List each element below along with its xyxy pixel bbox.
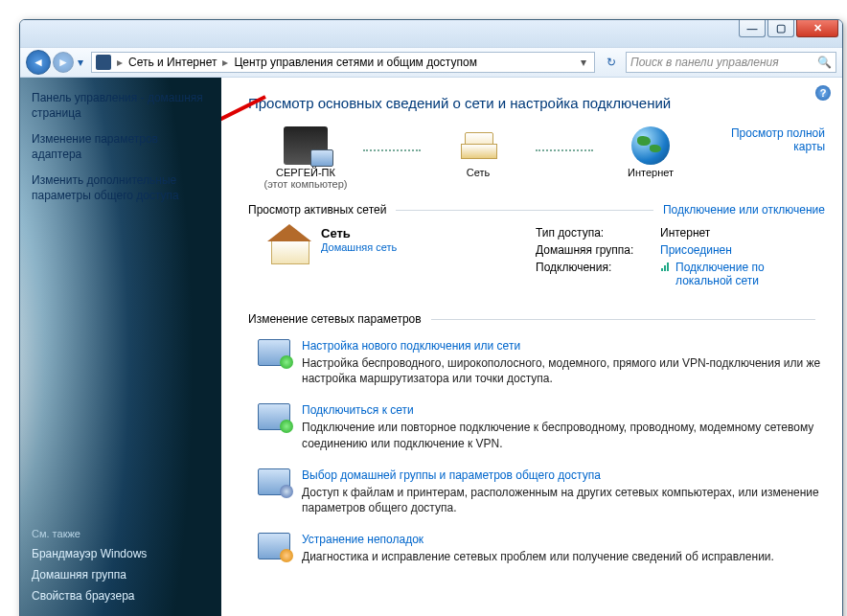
see-also-browser[interactable]: Свойства браузера (32, 589, 210, 603)
connection-link[interactable]: Подключение по локальной сети (675, 261, 800, 287)
connect-disconnect-link[interactable]: Подключение или отключение (663, 203, 825, 217)
search-icon: 🔍 (817, 56, 832, 69)
title-bar: — ▢ ✕ (20, 20, 842, 47)
sidebar-home-link[interactable]: Панель управления - домашняя страница (32, 91, 210, 121)
troubleshoot-icon (258, 533, 290, 559)
sidebar-adapter-link[interactable]: Изменение параметров адаптера (32, 132, 210, 162)
svg-rect-2 (664, 265, 666, 271)
divider (396, 210, 653, 211)
map-internet[interactable]: Интернет (593, 126, 708, 178)
page-title: Просмотр основных сведений о сети и наст… (248, 95, 825, 111)
map-this-pc[interactable]: СЕРГЕЙ-ПК (этот компьютер) (248, 126, 363, 190)
change-settings-header: Изменение сетевых параметров (248, 312, 422, 326)
breadcrumb-item-2[interactable]: Центр управления сетями и общим доступом (230, 56, 481, 69)
task-connect-network: Подключиться к сети Подключение или повт… (258, 403, 825, 450)
connections-label: Подключения: (536, 261, 660, 287)
troubleshoot-desc: Диагностика и исправление сетевых пробле… (302, 549, 774, 564)
home-network-icon (267, 226, 311, 264)
task-homegroup: Выбор домашней группы и параметров общег… (258, 468, 825, 515)
maximize-button[interactable]: ▢ (767, 20, 794, 37)
search-input[interactable]: Поиск в панели управления 🔍 (626, 52, 836, 73)
connect-network-link[interactable]: Подключиться к сети (302, 403, 414, 417)
see-also-firewall[interactable]: Брандмауэр Windows (32, 547, 210, 560)
task-new-connection: Настройка нового подключения или сети На… (258, 339, 825, 386)
map-pc-name: СЕРГЕЙ-ПК (248, 167, 363, 178)
back-icon: ◄ (33, 56, 44, 69)
homegroup-link[interactable]: Выбор домашней группы и параметров общег… (302, 468, 601, 482)
history-dropdown[interactable]: ▾ (76, 56, 85, 69)
new-connection-link[interactable]: Настройка нового подключения или сети (302, 339, 520, 353)
main-panel: ? Просмотр основных сведений о сети и на… (221, 78, 842, 616)
map-network[interactable]: Сеть (421, 126, 536, 178)
new-connection-desc: Настройка беспроводного, широкополосного… (302, 355, 825, 386)
breadcrumb-sep: ▸ (115, 56, 125, 69)
network-type-link[interactable]: Домашняя сеть (321, 241, 397, 253)
troubleshoot-link[interactable]: Устранение неполадок (302, 533, 424, 546)
svg-rect-3 (667, 262, 669, 271)
homegroup-link[interactable]: Присоединен (660, 243, 800, 257)
homegroup-label: Домашняя группа: (536, 243, 660, 257)
sidebar-sharing-link[interactable]: Изменить дополнительные параметры общего… (32, 173, 210, 203)
breadcrumb[interactable]: ▸ Сеть и Интернет ▸ Центр управления сет… (91, 52, 595, 73)
minimize-button[interactable]: — (739, 20, 766, 37)
globe-icon (631, 126, 670, 165)
full-map-link[interactable]: Просмотр полной карты (708, 126, 825, 153)
breadcrumb-dropdown[interactable]: ▾ (577, 56, 590, 69)
breadcrumb-root-icon (96, 55, 111, 70)
connect-network-desc: Подключение или повторное подключение к … (302, 420, 825, 450)
close-button[interactable]: ✕ (796, 20, 838, 37)
forward-icon: ► (57, 56, 69, 69)
refresh-icon: ↻ (607, 56, 616, 69)
map-line (536, 149, 593, 161)
refresh-button[interactable]: ↻ (601, 52, 622, 73)
new-connection-icon (258, 339, 290, 366)
search-placeholder: Поиск в панели управления (630, 56, 779, 69)
map-pc-sub: (этот компьютер) (248, 178, 363, 190)
svg-rect-1 (661, 268, 663, 271)
breadcrumb-sep: ▸ (220, 56, 230, 69)
network-icon (457, 126, 499, 165)
back-button[interactable]: ◄ (26, 50, 51, 75)
map-line (363, 149, 421, 161)
connect-network-icon (258, 403, 290, 430)
forward-button[interactable]: ► (53, 52, 74, 73)
computer-icon (284, 126, 328, 165)
active-networks-header: Просмотр активных сетей (248, 203, 386, 217)
access-type-label: Тип доступа: (536, 226, 660, 240)
network-name: Сеть (321, 226, 397, 240)
sidebar-see-also: См. также Брандмауэр Windows Домашняя гр… (32, 528, 210, 610)
see-also-homegroup[interactable]: Домашняя группа (32, 568, 210, 582)
homegroup-icon (258, 468, 290, 495)
divider (431, 319, 815, 320)
connection-icon (660, 261, 672, 272)
network-map: СЕРГЕЙ-ПК (этот компьютер) Сеть Интернет… (248, 126, 825, 190)
help-button[interactable]: ? (815, 85, 831, 101)
breadcrumb-item-1[interactable]: Сеть и Интернет (125, 56, 220, 69)
access-type-value: Интернет (660, 226, 800, 240)
task-troubleshoot: Устранение неполадок Диагностика и испра… (258, 533, 825, 564)
sidebar: Панель управления - домашняя страница Из… (20, 78, 221, 616)
see-also-header: См. также (32, 528, 210, 539)
homegroup-desc: Доступ к файлам и принтерам, расположенн… (302, 485, 825, 515)
map-internet-label: Интернет (593, 167, 708, 178)
nav-bar: ◄ ► ▾ ▸ Сеть и Интернет ▸ Центр управлен… (20, 47, 842, 78)
map-net-label: Сеть (421, 167, 536, 178)
